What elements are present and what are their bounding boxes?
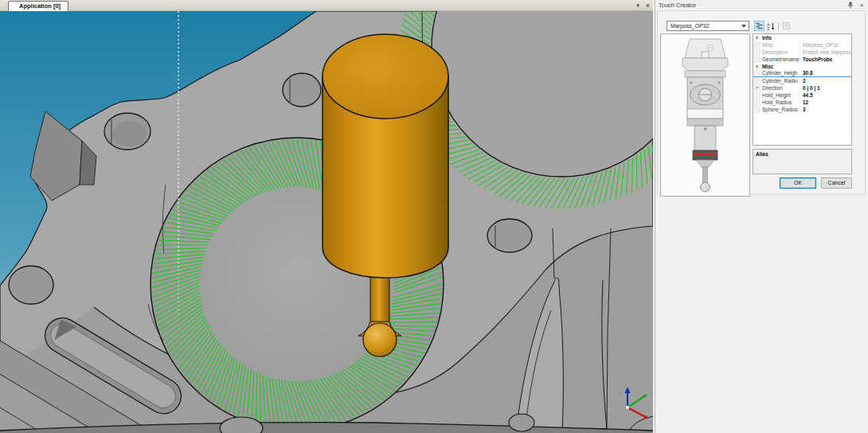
tool-type-dropdown[interactable]: Marposs_OP32 <box>667 21 749 31</box>
property-value[interactable]: 2 <box>800 77 851 84</box>
property-row[interactable]: AliasMarposs_OP32 <box>753 41 851 49</box>
property-value[interactable]: Erstellt eine Marposs_To <box>800 49 851 56</box>
property-label: Sphere_Radius <box>760 106 800 113</box>
property-row[interactable]: DescriptionErstellt eine Marposs_To <box>753 49 851 56</box>
hole <box>9 266 53 304</box>
viewport-3d-container[interactable]: z Y x <box>0 11 653 433</box>
expand-icon[interactable]: > <box>753 84 760 92</box>
property-label: Direction <box>760 84 800 92</box>
property-value[interactable]: 30.8 <box>800 70 851 76</box>
property-label: Cylinder_Heigh <box>760 70 800 76</box>
property-value[interactable]: TouchProbe <box>800 56 851 63</box>
description-title: Alias <box>753 150 851 158</box>
row-gutter <box>753 106 760 113</box>
tab-list-dropdown-icon[interactable]: ▾ <box>636 2 639 10</box>
row-gutter <box>753 99 760 106</box>
row-gutter <box>753 77 760 84</box>
panel-close-icon[interactable]: × <box>858 1 866 9</box>
property-grid-toolbar: A Z <box>754 20 792 32</box>
row-gutter <box>753 56 760 63</box>
x-axis-label: x <box>650 419 653 426</box>
property-label: Info <box>760 34 772 41</box>
property-value[interactable]: Marposs_OP32 <box>800 41 851 49</box>
y-axis-label: Y <box>649 390 653 397</box>
property-value[interactable]: 3 <box>800 106 851 113</box>
tool-type-value: Marposs_OP32 <box>671 23 710 29</box>
row-gutter <box>753 49 760 56</box>
probe-ball-tip <box>363 323 397 357</box>
property-row[interactable]: Hold_Height44.5 <box>753 92 851 99</box>
collapse-icon[interactable]: ∨ <box>753 63 760 70</box>
property-grid[interactable]: ∨InfoAliasMarposs_OP32DescriptionErstell… <box>753 33 852 146</box>
cancel-button[interactable]: Cancel <box>821 177 852 189</box>
property-label: Alias <box>760 41 800 49</box>
pin-icon[interactable] <box>846 1 854 9</box>
toolbar-separator <box>778 22 779 30</box>
property-pages-button[interactable] <box>781 21 792 31</box>
probe-preview-image <box>661 34 749 196</box>
document-tabstrip: Application [0] ▾ × <box>0 0 653 11</box>
alphabetical-sort-button[interactable]: A Z <box>765 21 776 31</box>
property-description-box: Alias <box>753 149 852 174</box>
ok-button[interactable]: OK <box>780 177 816 189</box>
collapse-icon[interactable]: ∨ <box>753 34 760 41</box>
property-grid-rows: ∨InfoAliasMarposs_OP32DescriptionErstell… <box>753 34 851 113</box>
property-category-row[interactable]: ∨Misc <box>753 63 851 70</box>
property-row[interactable]: GeometrienameTouchProbe <box>753 56 851 63</box>
viewport-3d[interactable]: z Y x <box>0 11 653 433</box>
property-label: Hold_Height <box>760 92 800 99</box>
triad-origin <box>626 406 629 409</box>
probe-cylinder-top <box>323 34 448 119</box>
property-label: Hold_Radius <box>760 99 800 106</box>
z-axis-label: z <box>619 389 622 396</box>
property-row[interactable]: Cylinder_Radiu2 <box>753 77 851 84</box>
probe-preview-box <box>660 33 750 197</box>
tab-close-icon[interactable]: × <box>646 2 650 10</box>
property-category-row[interactable]: ∨Info <box>753 34 851 41</box>
property-label: Geometriename <box>760 56 800 63</box>
property-value[interactable]: 44.5 <box>800 92 851 99</box>
hole <box>104 113 151 150</box>
chevron-down-icon <box>741 25 746 30</box>
property-label: Description <box>760 49 800 56</box>
row-gutter <box>753 41 760 49</box>
hole <box>283 73 321 107</box>
row-gutter <box>753 70 760 76</box>
categorized-view-button[interactable] <box>754 21 764 31</box>
property-value[interactable]: 12 <box>800 99 851 106</box>
property-row[interactable]: Sphere_Radius3 <box>753 106 851 113</box>
property-label: Misc <box>760 63 773 70</box>
hole <box>487 219 532 252</box>
property-label: Cylinder_Radiu <box>760 77 800 84</box>
property-row[interactable]: >Direction0 | 0 | 1 <box>753 84 851 92</box>
row-gutter <box>753 92 760 99</box>
property-value[interactable]: 0 | 0 | 1 <box>800 84 851 92</box>
panel-title: Touch Creator <box>659 2 696 9</box>
property-row[interactable]: Hold_Radius12 <box>753 99 851 106</box>
touch-creator-panel: Touch Creator × Marposs_OP32 A Z <box>655 0 868 433</box>
tab-application[interactable]: Application [0] <box>8 1 68 12</box>
property-row[interactable]: Cylinder_Heigh30.8 <box>753 70 851 77</box>
